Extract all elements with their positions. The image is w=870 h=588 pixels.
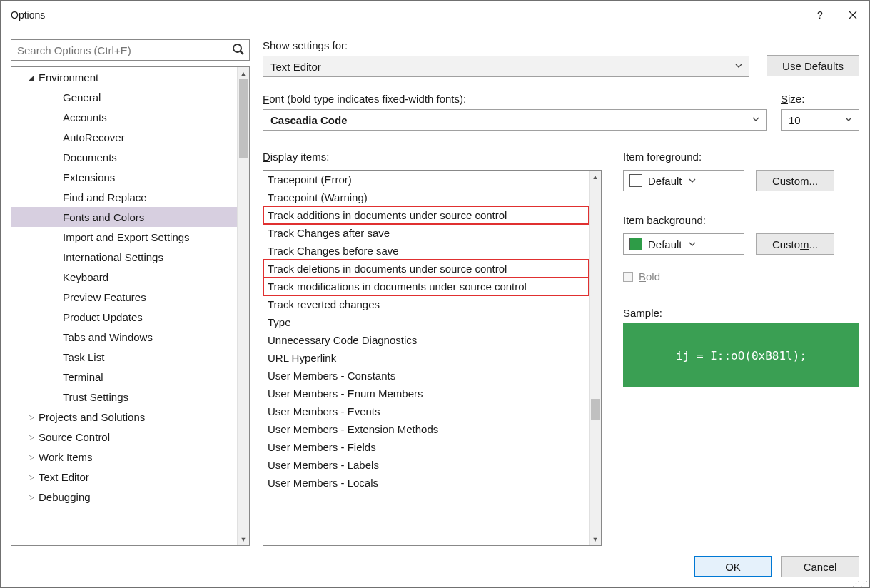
list-scrollbar[interactable]: ▲ ▼ — [589, 171, 601, 545]
list-item[interactable]: Track Changes before save — [263, 242, 589, 260]
tree-node[interactable]: General — [11, 87, 237, 107]
window-title: Options — [11, 9, 45, 21]
tree-node[interactable]: Projects and Solutions — [11, 407, 237, 427]
tree-node[interactable]: Accounts — [11, 107, 237, 127]
help-button[interactable]: ? — [804, 4, 836, 26]
tree-node-label: Projects and Solutions — [37, 411, 145, 423]
tree-node[interactable]: Debugging — [11, 487, 237, 507]
scrollbar-thumb[interactable] — [239, 79, 248, 158]
options-tree-wrap: EnvironmentGeneralAccountsAutoRecoverDoc… — [11, 66, 250, 546]
bold-checkbox[interactable] — [623, 272, 633, 282]
tree-node-label: Text Editor — [37, 471, 89, 483]
scroll-down-icon[interactable]: ▼ — [590, 533, 601, 545]
tree-node-label: Trust Settings — [61, 391, 128, 403]
list-item[interactable]: Track deletions in documents under sourc… — [263, 260, 589, 278]
scroll-down-icon[interactable]: ▼ — [238, 533, 249, 545]
font-combo[interactable]: Cascadia Code — [263, 109, 767, 131]
tree-node[interactable]: Trust Settings — [11, 387, 237, 407]
tree-node[interactable]: Import and Export Settings — [11, 227, 237, 247]
tree-node[interactable]: AutoRecover — [11, 127, 237, 147]
chevron-down-icon — [688, 176, 697, 185]
tree-node[interactable]: International Settings — [11, 247, 237, 267]
tree-node-label: Extensions — [61, 171, 115, 183]
list-item[interactable]: User Members - Fields — [263, 438, 589, 456]
list-item[interactable]: Unnecessary Code Diagnostics — [263, 331, 589, 349]
tree-node-label: Fonts and Colors — [61, 211, 144, 223]
tree-node[interactable]: Preview Features — [11, 287, 237, 307]
tree-node[interactable]: Extensions — [11, 167, 237, 187]
tree-node[interactable]: Product Updates — [11, 307, 237, 327]
item-fg-combo[interactable]: Default — [623, 170, 744, 191]
list-item[interactable]: User Members - Enum Members — [263, 385, 589, 402]
tree-node[interactable]: Find and Replace — [11, 187, 237, 207]
tree-node-label: Debugging — [37, 491, 91, 503]
list-item[interactable]: User Members - Extension Methods — [263, 420, 589, 438]
chevron-down-icon — [844, 115, 853, 123]
tree-node-label: Accounts — [61, 111, 107, 123]
close-icon — [849, 11, 857, 19]
tree-node[interactable]: Terminal — [11, 367, 237, 387]
list-item[interactable]: Track additions in documents under sourc… — [263, 206, 589, 224]
list-item[interactable]: URL Hyperlink — [263, 349, 589, 367]
list-item[interactable]: Type — [263, 313, 589, 331]
list-item[interactable]: User Members - Labels — [263, 456, 589, 474]
tree-node[interactable]: Source Control — [11, 427, 237, 447]
scroll-up-icon[interactable]: ▲ — [590, 171, 601, 183]
tree-node-label: Work Items — [37, 451, 93, 463]
bold-checkbox-row[interactable]: Bold — [623, 270, 859, 283]
use-defaults-button[interactable]: Use Defaults — [767, 55, 859, 76]
tree-node[interactable]: Task List — [11, 347, 237, 367]
tree-node[interactable]: Fonts and Colors — [11, 207, 237, 227]
search-input[interactable] — [16, 44, 228, 57]
tree-node-label: International Settings — [61, 251, 163, 263]
item-fg-value: Default — [648, 175, 682, 187]
list-item[interactable]: Tracepoint (Warning) — [263, 188, 589, 206]
caret-collapsed-icon — [26, 473, 37, 481]
chevron-down-icon — [688, 240, 697, 248]
display-items-list[interactable]: Tracepoint (Error)Tracepoint (Warning)Tr… — [263, 170, 602, 546]
item-bg-combo[interactable]: Default — [623, 233, 744, 255]
tree-scrollbar[interactable]: ▲ ▼ — [237, 67, 249, 545]
item-bg-value: Default — [648, 238, 682, 250]
list-item[interactable]: Tracepoint (Error) — [263, 171, 589, 188]
options-tree[interactable]: EnvironmentGeneralAccountsAutoRecoverDoc… — [11, 67, 237, 545]
scrollbar-track[interactable] — [238, 79, 249, 533]
caret-collapsed-icon — [26, 433, 37, 441]
list-item[interactable]: Track reverted changes — [263, 295, 589, 313]
size-combo[interactable]: 10 — [781, 109, 859, 131]
svg-point-0 — [233, 44, 241, 52]
color-settings-column: Item foreground: Default Custom... Item … — [623, 151, 859, 546]
tree-node-label: Terminal — [61, 371, 103, 383]
cancel-button[interactable]: Cancel — [781, 556, 859, 577]
search-field-wrap[interactable] — [11, 39, 250, 61]
scroll-up-icon[interactable]: ▲ — [238, 67, 249, 79]
list-item[interactable]: User Members - Events — [263, 402, 589, 420]
size-label: Size: — [781, 93, 859, 105]
bg-custom-button[interactable]: Custom... — [756, 233, 834, 255]
tree-node[interactable]: Keyboard — [11, 267, 237, 287]
list-item[interactable]: User Members - Locals — [263, 474, 589, 492]
list-item[interactable]: Track Changes after save — [263, 224, 589, 242]
tree-node-label: Product Updates — [61, 311, 143, 323]
tree-node[interactable]: Environment — [11, 67, 237, 87]
chevron-down-icon — [752, 115, 760, 123]
caret-collapsed-icon — [26, 413, 37, 421]
close-button[interactable] — [836, 4, 869, 26]
list-item[interactable]: User Members - Constants — [263, 367, 589, 385]
chevron-down-icon — [734, 61, 743, 70]
tree-node-label: Source Control — [37, 431, 110, 443]
caret-collapsed-icon — [26, 453, 37, 461]
sample-label: Sample: — [623, 307, 859, 319]
show-settings-combo[interactable]: Text Editor — [263, 56, 749, 77]
tree-node[interactable]: Tabs and Windows — [11, 327, 237, 347]
dialog-body: EnvironmentGeneralAccountsAutoRecoverDoc… — [1, 29, 869, 556]
title-controls: ? — [804, 1, 869, 29]
tree-node[interactable]: Text Editor — [11, 467, 237, 487]
scrollbar-thumb[interactable] — [591, 399, 600, 420]
ok-button[interactable]: OK — [694, 556, 772, 577]
tree-node[interactable]: Work Items — [11, 447, 237, 467]
fg-custom-button[interactable]: Custom... — [756, 170, 834, 191]
list-item[interactable]: Track modifications in documents under s… — [263, 278, 589, 295]
resize-grip-icon[interactable]: ⋰⋰⋰ — [852, 577, 868, 586]
tree-node[interactable]: Documents — [11, 147, 237, 167]
